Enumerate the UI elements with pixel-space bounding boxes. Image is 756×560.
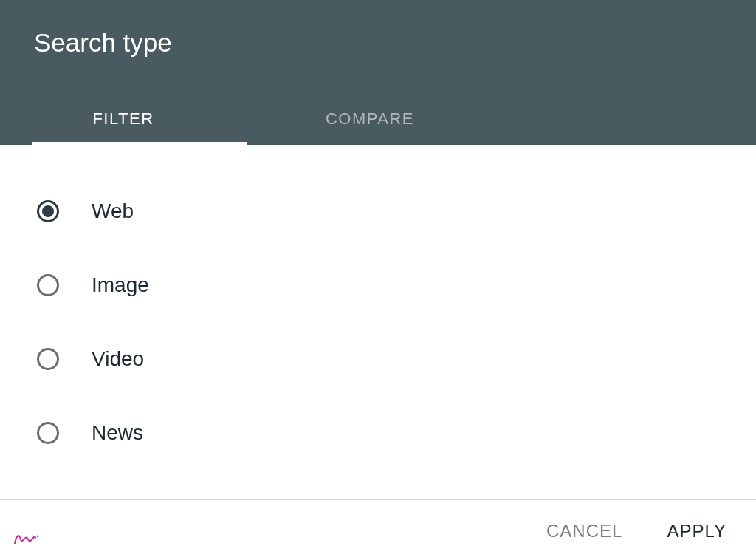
option-image-label: Image [92,273,149,297]
option-image[interactable]: Image [37,248,722,322]
apply-button[interactable]: APPLY [667,521,726,542]
cancel-button[interactable]: CANCEL [546,521,622,542]
tab-compare[interactable]: COMPARE [247,93,493,145]
radio-icon [37,422,59,444]
dialog-title: Search type [0,28,756,93]
tab-compare-label: COMPARE [326,109,414,129]
option-web[interactable]: Web [37,174,722,248]
radio-icon [37,200,59,222]
tab-filter[interactable]: FILTER [0,93,247,145]
option-web-label: Web [92,199,134,223]
svg-point-0 [37,536,39,538]
radio-icon [37,274,59,296]
option-video-label: Video [92,347,144,371]
dialog-header: Search type FILTER COMPARE [0,0,756,145]
radio-group: Web Image Video News [0,145,756,499]
option-video[interactable]: Video [37,322,722,396]
tab-filter-label: FILTER [92,109,154,129]
logo-icon [13,530,40,550]
dialog-footer: CANCEL APPLY [0,500,756,560]
option-news[interactable]: News [37,396,722,470]
tabs: FILTER COMPARE [0,93,756,145]
radio-icon [37,348,59,370]
option-news-label: News [92,421,143,445]
